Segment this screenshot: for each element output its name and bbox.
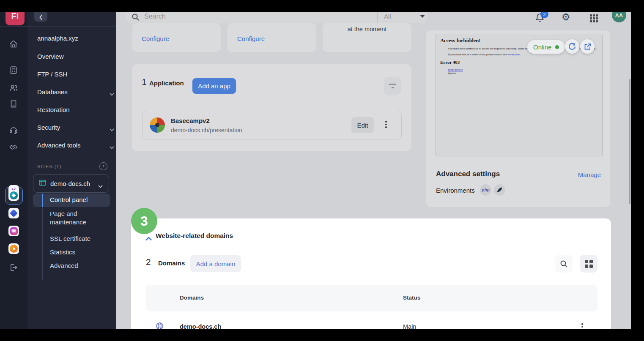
sidebar-item-advanced-tools[interactable]: Advanced tools xyxy=(37,142,107,149)
domain-status: Main xyxy=(403,323,416,329)
domains-count-label: Domains xyxy=(158,259,185,267)
subitem-ssl-certificate[interactable]: SSL certificate xyxy=(50,235,90,242)
apache-feather-icon[interactable] xyxy=(494,184,505,196)
sidebar-item-ftp-ssh[interactable]: FTP / SSH xyxy=(37,71,67,78)
application-count-label: Application xyxy=(149,79,184,87)
search-filter-value[interactable]: All xyxy=(384,13,391,20)
site-selector[interactable]: demo-docs.ch xyxy=(33,174,109,193)
site-sidebar: annaalpha.xyz Overview FTP / SSH Databas… xyxy=(27,12,116,329)
refresh-button[interactable] xyxy=(565,39,579,54)
search-input[interactable]: Search All xyxy=(125,12,428,23)
brand-logo[interactable]: FI xyxy=(5,12,25,25)
configure-link[interactable]: Configure xyxy=(142,35,169,42)
tour-step-badge: 3 xyxy=(131,208,157,234)
application-row[interactable]: Basecampv2 demo-docs.ch/presentation Edi… xyxy=(142,111,402,139)
app-meet-icon[interactable] xyxy=(8,243,19,254)
domain-search-button[interactable] xyxy=(555,255,573,273)
error-code: Error 403 xyxy=(440,60,602,65)
sidebar-item-restoration[interactable]: Restoration xyxy=(37,106,70,113)
column-header-domains: Domains xyxy=(180,295,204,301)
app-launcher-icon[interactable] xyxy=(590,14,598,22)
chevron-down-icon xyxy=(110,125,114,133)
manage-link[interactable]: Manage xyxy=(578,171,601,178)
sidebar-item-label: Security xyxy=(37,124,60,131)
error-domain-link[interactable]: demo-docs.ch xyxy=(448,68,602,71)
applications-card: 1 Application Add an app Basecampv2 demo… xyxy=(132,64,411,151)
filter-button[interactable] xyxy=(384,77,401,95)
webmaster-link[interactable]: webmaster xyxy=(507,53,520,56)
sidebar-item-label: Databases xyxy=(37,88,68,95)
home-icon[interactable] xyxy=(9,39,18,49)
app-contact-icon[interactable]: ☎ xyxy=(8,226,19,236)
app-logo-joomla-icon xyxy=(150,117,165,133)
search-placeholder: Search xyxy=(144,13,166,20)
add-domain-button[interactable]: Add a domain xyxy=(190,255,241,272)
sidebar-item-databases[interactable]: Databases xyxy=(37,88,107,95)
domain-name: demo-docs.ch xyxy=(180,323,221,329)
more-options-icon[interactable] xyxy=(581,323,583,329)
subitem-control-panel[interactable]: Control panel xyxy=(50,196,88,203)
error-line-2: If you think this is a server error, ple… xyxy=(448,53,602,56)
search-filter-divider xyxy=(377,12,378,23)
more-options-icon[interactable] xyxy=(385,121,387,128)
app-hosting-manager-icon[interactable] xyxy=(8,190,19,201)
domains-card: Website-related domains 2 Domains Add a … xyxy=(131,218,611,329)
active-subitem-bar xyxy=(42,194,43,207)
users-icon[interactable] xyxy=(9,83,18,93)
site-status-card: Access forbidden! You don't have permiss… xyxy=(426,30,610,207)
chevron-down-icon xyxy=(110,90,114,97)
subitem-page-maintenance[interactable]: Page and maintenance xyxy=(50,210,101,226)
site-preview-frame[interactable]: Access forbidden! You don't have permiss… xyxy=(436,34,603,156)
app-window: FI K ☎ a xyxy=(0,0,644,341)
add-app-button[interactable]: Add an app xyxy=(192,78,236,94)
domains-section-title[interactable]: Website-related domains xyxy=(156,232,233,240)
view-toggle-button[interactable] xyxy=(580,255,597,273)
application-count: 1 xyxy=(142,77,147,87)
app-rail: FI K ☎ xyxy=(0,12,27,329)
subitem-statistics[interactable]: Statistics xyxy=(50,248,75,256)
chevron-down-icon xyxy=(110,143,114,150)
empty-state-text: at the moment xyxy=(323,26,411,33)
advanced-settings-title: Advanced settings xyxy=(436,170,500,178)
error-server: Apache xyxy=(448,71,602,74)
table-row[interactable]: demo-docs.ch Main xyxy=(146,311,597,329)
edit-button[interactable]: Edit xyxy=(351,117,374,133)
sidebar-item-security[interactable]: Security xyxy=(37,124,107,131)
status-label: Online xyxy=(533,44,551,51)
domains-table-header: Domains Status xyxy=(146,285,597,311)
subitem-advanced[interactable]: Advanced xyxy=(50,262,78,269)
globe-icon xyxy=(156,322,164,329)
main-content: Search All 2 ⚙ AA Configure Configure at… xyxy=(116,12,631,329)
notifications-badge: 2 xyxy=(540,12,548,18)
rail-divider xyxy=(0,26,27,27)
grid-view-icon xyxy=(585,260,593,268)
sidebar-divider xyxy=(27,26,116,27)
caret-down-icon[interactable] xyxy=(420,15,425,18)
filter-icon xyxy=(389,84,396,85)
summary-card-1: Configure xyxy=(132,23,221,52)
back-button[interactable] xyxy=(34,12,47,22)
billing-icon[interactable] xyxy=(9,65,18,75)
gear-icon[interactable]: ⚙ xyxy=(562,12,570,22)
domains-count: 2 xyxy=(146,257,151,267)
app-cloud-icon[interactable] xyxy=(8,208,19,218)
support-icon[interactable] xyxy=(9,125,18,135)
status-dot xyxy=(555,45,559,49)
php-badge[interactable]: php xyxy=(480,184,491,196)
sidebar-item-overview[interactable]: Overview xyxy=(37,53,64,60)
organization-icon[interactable] xyxy=(9,99,18,109)
summary-card-2: Configure xyxy=(227,23,316,52)
logout-icon[interactable] xyxy=(9,263,18,272)
configure-link[interactable]: Configure xyxy=(237,35,265,42)
open-external-button[interactable] xyxy=(580,39,595,54)
scrollbar-thumb[interactable] xyxy=(629,79,630,204)
partnership-icon[interactable] xyxy=(9,143,18,152)
chevron-up-icon[interactable] xyxy=(145,235,152,243)
search-icon xyxy=(132,13,140,23)
application-name: Basecampv2 xyxy=(171,117,210,124)
add-site-icon[interactable]: + xyxy=(99,162,107,170)
chevron-down-icon xyxy=(98,182,103,190)
sidebar-item-hosting-name[interactable]: annaalpha.xyz xyxy=(37,35,78,42)
summary-card-3: at the moment xyxy=(323,23,411,52)
avatar[interactable]: AA xyxy=(612,12,626,22)
